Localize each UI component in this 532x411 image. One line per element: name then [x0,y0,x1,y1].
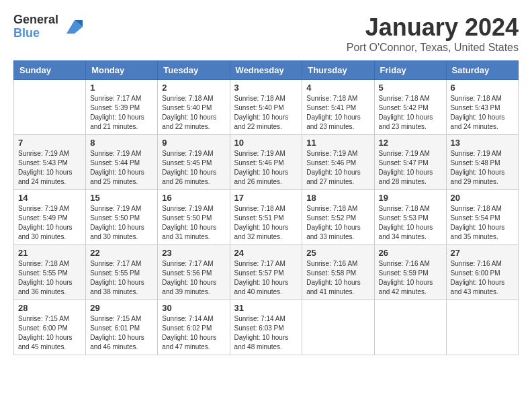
daylight-line2: and 21 minutes. [90,122,153,132]
daylight-line1: Daylight: 10 hours [162,223,225,232]
day-number: 13 [451,138,514,148]
daylight-line2: and 39 minutes. [162,287,225,297]
daylight-line2: and 30 minutes. [18,232,81,242]
sunrise-text: Sunrise: 7:19 AM [379,149,442,158]
day-number: 1 [90,83,153,93]
day-cell: 18Sunrise: 7:18 AMSunset: 5:52 PMDayligh… [302,190,374,245]
daylight-line1: Daylight: 10 hours [306,168,369,177]
day-number: 4 [306,83,369,93]
daylight-line1: Daylight: 10 hours [162,113,225,122]
day-number: 5 [379,83,442,93]
day-cell: 12Sunrise: 7:19 AMSunset: 5:47 PMDayligh… [374,135,446,190]
sunrise-text: Sunrise: 7:19 AM [162,204,225,214]
sunset-text: Sunset: 5:48 PM [451,158,514,168]
logo-text: General Blue [13,13,85,40]
daylight-line1: Daylight: 10 hours [162,168,225,177]
day-number: 25 [306,248,369,258]
sunset-text: Sunset: 6:00 PM [451,269,514,278]
day-cell [446,300,518,355]
day-cell: 29Sunrise: 7:15 AMSunset: 6:01 PMDayligh… [86,300,158,355]
day-info: Sunrise: 7:19 AMSunset: 5:45 PMDaylight:… [162,149,225,187]
day-number: 7 [18,138,81,148]
day-info: Sunrise: 7:18 AMSunset: 5:40 PMDaylight:… [162,94,225,132]
day-info: Sunrise: 7:19 AMSunset: 5:50 PMDaylight:… [162,204,225,242]
sunrise-text: Sunrise: 7:16 AM [451,259,514,269]
day-cell: 8Sunrise: 7:19 AMSunset: 5:44 PMDaylight… [86,135,158,190]
day-cell: 1Sunrise: 7:17 AMSunset: 5:39 PMDaylight… [86,80,158,135]
day-info: Sunrise: 7:18 AMSunset: 5:52 PMDaylight:… [306,204,369,242]
day-info: Sunrise: 7:17 AMSunset: 5:39 PMDaylight:… [90,94,153,132]
daylight-line2: and 40 minutes. [234,287,298,297]
day-cell: 17Sunrise: 7:18 AMSunset: 5:51 PMDayligh… [230,190,302,245]
weekday-header-thursday: Thursday [302,61,374,80]
day-info: Sunrise: 7:19 AMSunset: 5:50 PMDaylight:… [90,204,153,242]
day-info: Sunrise: 7:16 AMSunset: 6:00 PMDaylight:… [451,259,514,297]
weekday-header-wednesday: Wednesday [230,61,302,80]
daylight-line1: Daylight: 10 hours [234,278,298,287]
day-info: Sunrise: 7:18 AMSunset: 5:41 PMDaylight:… [306,94,369,132]
day-number: 20 [451,193,514,203]
sunset-text: Sunset: 5:58 PM [306,269,369,278]
sunrise-text: Sunrise: 7:19 AM [451,149,514,158]
sunset-text: Sunset: 6:00 PM [18,324,81,333]
day-number: 19 [379,193,442,203]
day-info: Sunrise: 7:15 AMSunset: 6:00 PMDaylight:… [18,314,81,352]
sunrise-text: Sunrise: 7:18 AM [451,94,514,103]
daylight-line1: Daylight: 10 hours [234,333,298,342]
day-cell: 11Sunrise: 7:19 AMSunset: 5:46 PMDayligh… [302,135,374,190]
daylight-line1: Daylight: 10 hours [90,168,153,177]
sunset-text: Sunset: 5:41 PM [306,103,369,113]
day-cell: 20Sunrise: 7:18 AMSunset: 5:54 PMDayligh… [446,190,518,245]
daylight-line1: Daylight: 10 hours [379,168,442,177]
daylight-line2: and 26 minutes. [162,177,225,187]
weekday-header-friday: Friday [374,61,446,80]
sunrise-text: Sunrise: 7:16 AM [379,259,442,269]
day-cell: 30Sunrise: 7:14 AMSunset: 6:02 PMDayligh… [158,300,230,355]
header: General Blue January 2024 Port O'Connor,… [13,13,519,54]
day-cell: 13Sunrise: 7:19 AMSunset: 5:48 PMDayligh… [446,135,518,190]
daylight-line1: Daylight: 10 hours [451,278,514,287]
daylight-line2: and 47 minutes. [162,342,225,352]
daylight-line1: Daylight: 10 hours [234,113,298,122]
daylight-line2: and 30 minutes. [90,232,153,242]
sunset-text: Sunset: 5:50 PM [90,214,153,223]
day-cell: 7Sunrise: 7:19 AMSunset: 5:43 PMDaylight… [14,135,86,190]
day-number: 24 [234,248,298,258]
day-cell: 28Sunrise: 7:15 AMSunset: 6:00 PMDayligh… [14,300,86,355]
daylight-line2: and 42 minutes. [379,287,442,297]
day-number: 14 [18,193,81,203]
daylight-line2: and 28 minutes. [379,177,442,187]
sunrise-text: Sunrise: 7:18 AM [379,204,442,214]
sunrise-text: Sunrise: 7:14 AM [162,314,225,324]
sunset-text: Sunset: 5:53 PM [379,214,442,223]
day-cell: 14Sunrise: 7:19 AMSunset: 5:49 PMDayligh… [14,190,86,245]
sunrise-text: Sunrise: 7:18 AM [306,94,369,103]
sunset-text: Sunset: 5:49 PM [18,214,81,223]
day-number: 15 [90,193,153,203]
day-info: Sunrise: 7:19 AMSunset: 5:49 PMDaylight:… [18,204,81,242]
daylight-line1: Daylight: 10 hours [162,278,225,287]
sunrise-text: Sunrise: 7:18 AM [451,204,514,214]
daylight-line2: and 26 minutes. [234,177,298,187]
sunset-text: Sunset: 6:02 PM [162,324,225,333]
day-cell: 25Sunrise: 7:16 AMSunset: 5:58 PMDayligh… [302,245,374,300]
sunset-text: Sunset: 5:59 PM [379,269,442,278]
sunset-text: Sunset: 5:47 PM [379,158,442,168]
week-row-3: 14Sunrise: 7:19 AMSunset: 5:49 PMDayligh… [14,190,519,245]
sunrise-text: Sunrise: 7:17 AM [162,259,225,269]
daylight-line2: and 31 minutes. [162,232,225,242]
day-number: 28 [18,303,81,313]
daylight-line2: and 33 minutes. [306,232,369,242]
location-title: Port O'Connor, Texas, United States [347,42,519,54]
sunset-text: Sunset: 5:46 PM [306,158,369,168]
daylight-line2: and 23 minutes. [379,122,442,132]
week-row-4: 21Sunrise: 7:18 AMSunset: 5:55 PMDayligh… [14,245,519,300]
day-number: 11 [306,138,369,148]
day-number: 26 [379,248,442,258]
sunrise-text: Sunrise: 7:17 AM [90,94,153,103]
day-info: Sunrise: 7:19 AMSunset: 5:46 PMDaylight:… [234,149,298,187]
day-cell [302,300,374,355]
daylight-line1: Daylight: 10 hours [379,278,442,287]
sunset-text: Sunset: 5:40 PM [162,103,225,113]
day-info: Sunrise: 7:18 AMSunset: 5:55 PMDaylight:… [18,259,81,297]
